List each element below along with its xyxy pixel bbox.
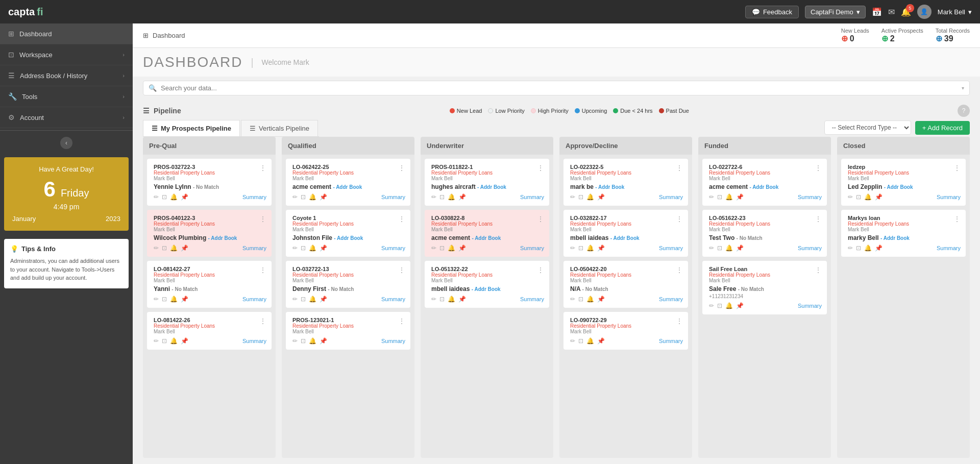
copy-icon[interactable]: ⊡ — [717, 245, 722, 252]
addr-book-link[interactable]: - Addr Book — [610, 235, 640, 241]
bell-icon[interactable]: 🔔 — [309, 245, 316, 252]
tab-my-prospects[interactable]: ☰ My Prospects Pipeline — [143, 120, 240, 136]
bell-icon[interactable]: 🔔 — [725, 245, 733, 252]
card-summary-link[interactable]: Summary — [659, 338, 683, 344]
edit-icon[interactable]: ✏ — [431, 193, 436, 201]
demo-selector[interactable]: CaptaFi Demo ▾ — [805, 6, 866, 18]
bell-icon[interactable]: 🔔 — [170, 245, 178, 252]
pin-icon[interactable]: 📌 — [320, 296, 327, 303]
addr-book-link[interactable]: - Addr Book — [472, 235, 501, 241]
bell-icon[interactable]: 🔔 — [586, 193, 594, 201]
card-more-button[interactable]: ⋮ — [676, 215, 683, 223]
card-summary-link[interactable]: Summary — [937, 245, 961, 251]
bell-icon[interactable]: 🔔 — [864, 193, 872, 201]
pin-icon[interactable]: 📌 — [181, 193, 188, 201]
user-menu[interactable]: Mark Bell ▾ — [938, 8, 972, 16]
edit-icon[interactable]: ✏ — [292, 193, 298, 201]
copy-icon[interactable]: ⊡ — [301, 296, 306, 303]
pin-icon[interactable]: 📌 — [597, 193, 605, 201]
copy-icon[interactable]: ⊡ — [578, 193, 583, 201]
pin-icon[interactable]: 📌 — [181, 337, 188, 345]
pin-icon[interactable]: 📌 — [320, 193, 327, 201]
card-more-button[interactable]: ⋮ — [259, 215, 266, 223]
sidebar-item-address-book[interactable]: ☰ Address Book / History › — [0, 65, 133, 86]
copy-icon[interactable]: ⊡ — [301, 337, 306, 345]
bell-icon[interactable]: 🔔 5 — [901, 7, 911, 17]
card-summary-link[interactable]: Summary — [659, 245, 683, 251]
copy-icon[interactable]: ⊡ — [717, 302, 722, 309]
card-more-button[interactable]: ⋮ — [815, 266, 822, 274]
mail-icon[interactable]: ✉ — [888, 7, 895, 17]
copy-icon[interactable]: ⊡ — [301, 245, 306, 252]
help-button[interactable]: ? — [958, 105, 970, 117]
pin-icon[interactable]: 📌 — [597, 296, 605, 303]
edit-icon[interactable]: ✏ — [292, 337, 298, 345]
card-more-button[interactable]: ⋮ — [259, 164, 266, 172]
add-record-button[interactable]: + Add Record — [915, 121, 970, 135]
card-more-button[interactable]: ⋮ — [398, 215, 405, 223]
copy-icon[interactable]: ⊡ — [578, 245, 583, 252]
copy-icon[interactable]: ⊡ — [717, 193, 722, 201]
bell-icon[interactable]: 🔔 — [586, 337, 594, 345]
bell-icon[interactable]: 🔔 — [309, 337, 316, 345]
bell-icon[interactable]: 🔔 — [448, 245, 455, 252]
edit-icon[interactable]: ✏ — [570, 245, 575, 252]
card-summary-link[interactable]: Summary — [381, 296, 405, 302]
card-summary-link[interactable]: Summary — [798, 245, 822, 251]
pin-icon[interactable]: 📌 — [736, 193, 744, 201]
search-dropdown-arrow[interactable]: ▾ — [962, 85, 964, 91]
tab-verticals[interactable]: ☰ Verticals Pipeline — [241, 120, 318, 136]
card-summary-link[interactable]: Summary — [520, 296, 544, 302]
bell-icon[interactable]: 🔔 — [586, 245, 594, 252]
feedback-button[interactable]: 💬 Feedback — [745, 6, 799, 18]
pin-icon[interactable]: 📌 — [875, 245, 883, 252]
bell-icon[interactable]: 🔔 — [586, 296, 594, 303]
card-summary-link[interactable]: Summary — [381, 338, 405, 344]
bell-icon[interactable]: 🔔 — [725, 302, 733, 309]
card-summary-link[interactable]: Summary — [798, 303, 822, 309]
calendar-icon[interactable]: 📅 — [872, 7, 882, 17]
addr-book-link[interactable]: - Addr Book — [477, 184, 506, 190]
card-summary-link[interactable]: Summary — [242, 338, 266, 344]
pin-icon[interactable]: 📌 — [875, 193, 883, 201]
sidebar-item-account[interactable]: ⚙ Account › — [0, 107, 133, 128]
copy-icon[interactable]: ⊡ — [439, 296, 445, 303]
card-summary-link[interactable]: Summary — [659, 194, 683, 200]
pin-icon[interactable]: 📌 — [458, 245, 466, 252]
card-summary-link[interactable]: Summary — [798, 194, 822, 200]
copy-icon[interactable]: ⊡ — [162, 337, 167, 345]
addr-book-link[interactable]: - Addr Book — [884, 184, 913, 190]
bell-icon[interactable]: 🔔 — [170, 337, 178, 345]
bell-icon[interactable]: 🔔 — [448, 193, 455, 201]
pin-icon[interactable]: 📌 — [597, 245, 605, 252]
pin-icon[interactable]: 📌 — [736, 302, 744, 309]
edit-icon[interactable]: ✏ — [570, 337, 575, 345]
pin-icon[interactable]: 📌 — [181, 245, 188, 252]
card-summary-link[interactable]: Summary — [242, 245, 266, 251]
addr-book-link[interactable]: - Addr Book — [880, 235, 910, 241]
bell-icon[interactable]: 🔔 — [725, 193, 733, 201]
card-summary-link[interactable]: Summary — [520, 194, 544, 200]
addr-book-link[interactable]: - Addr Book — [208, 235, 237, 241]
pin-icon[interactable]: 📌 — [736, 245, 744, 252]
addr-book-link[interactable]: - Addr Book — [333, 184, 362, 190]
copy-icon[interactable]: ⊡ — [856, 245, 861, 252]
card-more-button[interactable]: ⋮ — [537, 164, 544, 172]
card-more-button[interactable]: ⋮ — [398, 317, 405, 325]
card-summary-link[interactable]: Summary — [381, 194, 405, 200]
sidebar-item-dashboard[interactable]: ⊞ Dashboard — [0, 23, 133, 44]
card-more-button[interactable]: ⋮ — [953, 215, 961, 223]
card-more-button[interactable]: ⋮ — [398, 266, 405, 274]
copy-icon[interactable]: ⊡ — [301, 193, 306, 201]
edit-icon[interactable]: ✏ — [154, 337, 159, 345]
card-more-button[interactable]: ⋮ — [398, 164, 405, 172]
card-more-button[interactable]: ⋮ — [676, 317, 683, 325]
bell-icon[interactable]: 🔔 — [448, 296, 455, 303]
addr-book-link[interactable]: - Addr Book — [472, 286, 501, 292]
edit-icon[interactable]: ✏ — [848, 193, 853, 201]
card-more-button[interactable]: ⋮ — [259, 317, 266, 325]
copy-icon[interactable]: ⊡ — [439, 193, 445, 201]
card-more-button[interactable]: ⋮ — [676, 266, 683, 274]
bell-icon[interactable]: 🔔 — [309, 193, 316, 201]
edit-icon[interactable]: ✏ — [570, 296, 575, 303]
